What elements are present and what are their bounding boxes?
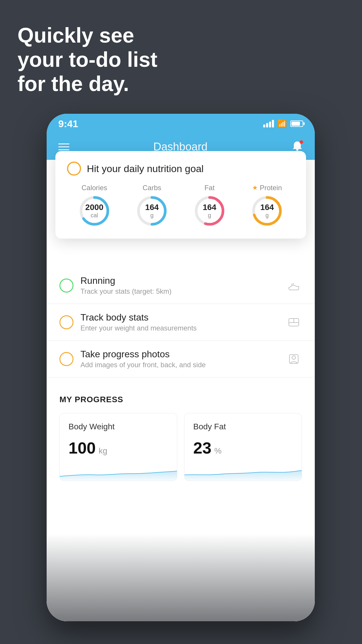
person-icon bbox=[286, 351, 302, 367]
calories-value: 2000 bbox=[85, 203, 103, 212]
calories-ring: 2000 cal bbox=[78, 195, 110, 227]
nutrition-check-circle[interactable] bbox=[67, 162, 81, 176]
todo-item-running[interactable]: Running Track your stats (target: 5km) bbox=[47, 267, 315, 304]
card-title-row: Hit your daily nutrition goal bbox=[67, 162, 294, 176]
nutrition-card: Hit your daily nutrition goal Calories 2… bbox=[55, 151, 306, 239]
body-weight-value-row: 100 kg bbox=[68, 438, 168, 457]
status-icons: 📶 bbox=[263, 119, 303, 128]
progress-section: MY PROGRESS Body Weight 100 kg bbox=[47, 377, 315, 481]
body-weight-card[interactable]: Body Weight 100 kg bbox=[59, 413, 177, 481]
todo-title-photos: Take progress photos bbox=[80, 349, 279, 360]
body-fat-title: Body Fat bbox=[193, 422, 293, 431]
calories-label: Calories bbox=[82, 184, 107, 192]
todo-title-running: Running bbox=[80, 275, 279, 286]
notification-dot bbox=[300, 140, 303, 144]
todo-text-running: Running Track your stats (target: 5km) bbox=[80, 275, 279, 295]
body-weight-unit: kg bbox=[99, 446, 107, 456]
body-fat-value-row: 23 % bbox=[193, 438, 293, 457]
todo-list: Running Track your stats (target: 5km) T… bbox=[47, 267, 315, 377]
status-time: 9:41 bbox=[58, 118, 78, 130]
body-fat-card[interactable]: Body Fat 23 % bbox=[184, 413, 302, 481]
hero-line2: your to-do list bbox=[17, 48, 157, 72]
svg-point-13 bbox=[292, 356, 296, 359]
protein-ring: 164 g bbox=[251, 195, 283, 227]
phone-mockup: 9:41 📶 Dashboard bbox=[47, 114, 315, 621]
todo-text-photos: Take progress photos Add images of your … bbox=[80, 349, 279, 369]
hero-line3: for the day. bbox=[17, 72, 157, 96]
fat-value: 164 bbox=[203, 203, 216, 212]
carbs-ring: 164 g bbox=[136, 195, 168, 227]
progress-header: MY PROGRESS bbox=[59, 395, 302, 404]
battery-icon bbox=[290, 120, 303, 127]
svg-point-0 bbox=[296, 148, 298, 151]
nutrition-grid: Calories 2000 cal Carbs bbox=[67, 184, 294, 227]
nutrition-carbs: Carbs 164 g bbox=[136, 184, 168, 227]
body-fat-chart bbox=[184, 463, 302, 481]
signal-icon bbox=[263, 120, 274, 127]
nutrition-calories: Calories 2000 cal bbox=[78, 184, 110, 227]
fat-label: Fat bbox=[204, 184, 215, 192]
todo-subtitle-body-stats: Enter your weight and measurements bbox=[80, 324, 279, 332]
star-icon: ★ bbox=[252, 184, 258, 192]
todo-subtitle-photos: Add images of your front, back, and side bbox=[80, 361, 279, 369]
todo-circle-photos bbox=[59, 352, 73, 366]
todo-item-body-stats[interactable]: Track body stats Enter your weight and m… bbox=[47, 304, 315, 341]
status-bar: 9:41 📶 bbox=[47, 114, 315, 134]
todo-text-body-stats: Track body stats Enter your weight and m… bbox=[80, 312, 279, 332]
hero-text: Quickly see your to-do list for the day. bbox=[17, 23, 157, 96]
protein-value: 164 bbox=[260, 203, 274, 212]
nutrition-protein: ★ Protein 164 g bbox=[251, 184, 283, 227]
carbs-value: 164 bbox=[145, 203, 159, 212]
protein-label: ★ Protein bbox=[252, 184, 282, 192]
shoe-icon bbox=[286, 277, 302, 294]
todo-circle-body-stats bbox=[59, 315, 73, 329]
carbs-label: Carbs bbox=[143, 184, 161, 192]
progress-grid: Body Weight 100 kg bbox=[59, 413, 302, 481]
todo-circle-running bbox=[59, 279, 73, 293]
hero-line1: Quickly see bbox=[17, 23, 157, 48]
body-weight-title: Body Weight bbox=[68, 422, 168, 431]
scale-icon bbox=[286, 314, 302, 330]
body-weight-chart bbox=[60, 463, 177, 481]
body-fat-value: 23 bbox=[193, 438, 211, 457]
wifi-icon: 📶 bbox=[277, 119, 287, 128]
todo-title-body-stats: Track body stats bbox=[80, 312, 279, 323]
hamburger-button[interactable] bbox=[58, 144, 69, 150]
body-weight-value: 100 bbox=[68, 438, 96, 457]
nutrition-card-title: Hit your daily nutrition goal bbox=[87, 163, 204, 174]
bottom-overlay bbox=[47, 534, 315, 621]
nutrition-fat: Fat 164 g bbox=[194, 184, 226, 227]
fat-ring: 164 g bbox=[194, 195, 226, 227]
todo-item-photos[interactable]: Take progress photos Add images of your … bbox=[47, 341, 315, 377]
todo-subtitle-running: Track your stats (target: 5km) bbox=[80, 287, 279, 295]
body-fat-unit: % bbox=[214, 446, 222, 456]
